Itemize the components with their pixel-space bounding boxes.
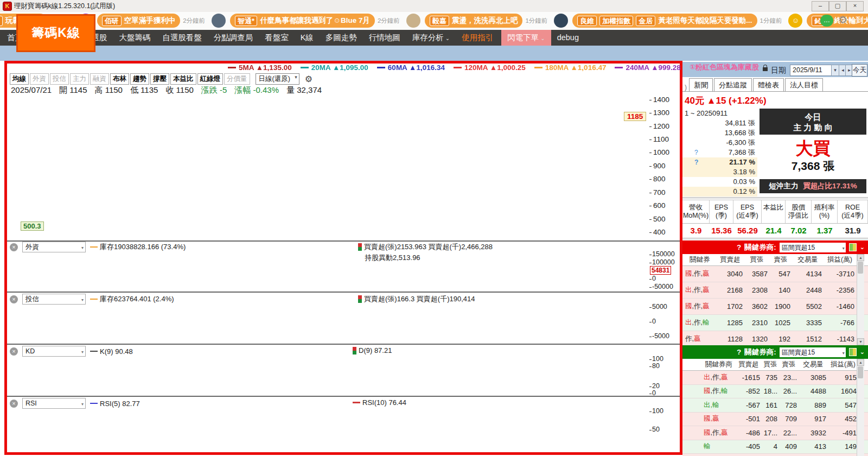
foreign-chart[interactable]: [7, 253, 650, 292]
rsi-chart[interactable]: [7, 409, 650, 451]
menu-item-多圖走勢[interactable]: 多圖走勢: [320, 30, 363, 46]
scroll-down-icon[interactable]: ▼: [857, 338, 864, 345]
chart-tab-撐壓[interactable]: 撐壓: [150, 73, 169, 85]
col-header-買張[interactable]: 買張: [762, 360, 779, 369]
close-panel-icon[interactable]: ×: [10, 243, 18, 251]
table-row[interactable]: 出,作,贏-161573523...3085915: [682, 371, 868, 385]
table-row[interactable]: 出,作,輸1285231010253335-766: [682, 315, 868, 331]
col-header-關鍵券[interactable]: 關鍵券: [684, 255, 716, 264]
col-header-關鍵券商[interactable]: 關鍵券商: [702, 360, 736, 369]
ticker-message[interactable]: 毅嘉震盪，洗洗再北上吧: [425, 14, 523, 28]
col-header-買張[interactable]: 買張: [744, 255, 769, 264]
menu-item-使用指引[interactable]: 使用指引: [456, 30, 499, 46]
sidebar-tab-法人目標[interactable]: 法人目標: [785, 78, 823, 91]
kd-chart[interactable]: [7, 357, 650, 396]
kd-panel-dropdown[interactable]: KD: [22, 346, 86, 357]
panel-divider[interactable]: [7, 344, 680, 345]
close-button[interactable]: ×: [846, 1, 864, 11]
menu-item-行情地圖[interactable]: 行情地圖: [363, 30, 406, 46]
date-dropdown-icon[interactable]: ▾: [831, 65, 839, 76]
menu-item-大盤籌碼[interactable]: 大盤籌碼: [113, 30, 156, 46]
menu-item-K線[interactable]: K線: [295, 30, 320, 46]
help-icon[interactable]: ?: [694, 148, 698, 157]
gear-icon[interactable]: ⚙: [305, 74, 312, 84]
minimize-button[interactable]: –: [812, 1, 829, 11]
col-header-賣張[interactable]: 賣張: [769, 255, 792, 264]
panel-divider[interactable]: [7, 240, 680, 242]
table-row[interactable]: 國,作,贏304035875474134-3710: [682, 266, 868, 282]
panel-divider[interactable]: [7, 396, 680, 397]
chart-tab-趨勢[interactable]: 趨勢: [130, 73, 149, 85]
help-icon[interactable]: ?: [737, 348, 741, 356]
splitter[interactable]: [682, 197, 868, 199]
col-header-交易量[interactable]: 交易量: [792, 255, 824, 264]
table-row[interactable]: 國,作,贏-48617...22...3932-491: [682, 426, 868, 440]
today-button[interactable]: 今天: [852, 64, 867, 77]
chart-tab-均線[interactable]: 均線: [10, 73, 29, 85]
close-panel-icon[interactable]: ×: [10, 295, 18, 303]
menu-item-庫存分析[interactable]: 庫存分析⌄: [406, 30, 456, 46]
scroll-thumb[interactable]: [858, 366, 863, 378]
scrollbar[interactable]: ▲▼: [857, 254, 864, 345]
table-row[interactable]: 國,贏-501208709917452: [682, 413, 868, 427]
annotation-highlight-box[interactable]: 籌碼K線: [16, 14, 95, 52]
close-panel-icon[interactable]: ×: [10, 347, 18, 356]
table-row[interactable]: 出,作,贏216823081402448-2356: [682, 282, 868, 299]
date-input[interactable]: 2025/9/11: [790, 65, 834, 76]
menu-item-看盤室[interactable]: 看盤室: [259, 30, 295, 46]
chart-tab-布林[interactable]: 布林: [110, 73, 129, 85]
scroll-up-icon[interactable]: ▲: [857, 359, 864, 366]
splitter[interactable]: [682, 238, 868, 240]
table-row[interactable]: 國,作,輸-85218...26...44881604: [682, 385, 868, 399]
chart-tab-融資[interactable]: 融資: [90, 73, 109, 85]
col-header-交易量[interactable]: 交易量: [799, 360, 828, 369]
avatar[interactable]: [212, 14, 226, 28]
scroll-thumb[interactable]: [858, 262, 863, 274]
menu-item-自選股看盤[interactable]: 自選股看盤: [156, 30, 208, 46]
scrollbar[interactable]: ▲▼: [857, 359, 864, 456]
restore-button[interactable]: ▢: [829, 1, 846, 11]
menu-item-分點調查局[interactable]: 分點調查局: [208, 30, 259, 46]
grid-icon[interactable]: [849, 243, 857, 251]
collapse-caret-icon[interactable]: ⌄: [860, 349, 865, 356]
close-panel-icon[interactable]: ×: [10, 400, 18, 408]
ticker-settings-gear-icon[interactable]: ⚙: [838, 14, 847, 26]
col-header-買賣超[interactable]: 買賣超: [716, 255, 744, 264]
lock-icon[interactable]: [763, 67, 768, 71]
table-row[interactable]: 國,作,贏1702360219005502-1460: [682, 299, 868, 315]
col-header-賣張[interactable]: 賣張: [779, 360, 799, 369]
collapse-caret-icon[interactable]: ⌄: [860, 244, 865, 251]
ticker-message[interactable]: 佰研空單滿手獲利中: [97, 14, 181, 28]
period-dropdown[interactable]: 日線(還原): [256, 73, 299, 85]
grid-icon[interactable]: [849, 348, 857, 356]
scroll-up-icon[interactable]: ▲: [857, 254, 864, 261]
chart-tab-紅綠燈[interactable]: 紅綠燈: [197, 73, 224, 85]
sidebar-tab-體檢表[interactable]: 體檢表: [753, 78, 784, 91]
avatar[interactable]: [406, 14, 420, 28]
chart-tab-外資[interactable]: 外資: [30, 73, 49, 85]
sidebar-tab-新聞[interactable]: 新聞: [689, 78, 713, 91]
trust-panel-dropdown[interactable]: 投信: [22, 294, 86, 305]
chart-tab-本益比[interactable]: 本益比: [170, 73, 196, 85]
broker-buy-select[interactable]: 區間買超15: [780, 243, 846, 252]
broker-sell-select[interactable]: 區間賣超15: [780, 347, 846, 357]
ticker-message[interactable]: 智通*什麼鳥事都讓我遇到了☺Blue 7月: [230, 14, 375, 28]
avatar[interactable]: [554, 14, 568, 28]
menu-item-debug[interactable]: debug: [551, 30, 585, 46]
chat-bubble-icon[interactable]: …: [820, 15, 833, 27]
help-icon[interactable]: ?: [737, 243, 741, 251]
col-header-損益(萬)[interactable]: 損益(萬): [828, 360, 858, 369]
menu-item-閃電下單[interactable]: 閃電下單⌄: [501, 30, 551, 46]
ticker-message[interactable]: 良維加權指數金居黃老照每天都說隔天要發動...: [572, 14, 757, 28]
table-row[interactable]: 輸-4054409413149: [682, 440, 868, 454]
trust-chart[interactable]: [7, 305, 650, 344]
chart-tab-投信[interactable]: 投信: [50, 73, 69, 85]
rsi-panel-dropdown[interactable]: RSI: [22, 398, 86, 409]
avatar[interactable]: ☺: [788, 14, 802, 28]
table-row[interactable]: 國,贏-3442385828208: [682, 454, 868, 456]
ticker-message[interactable]: 鈊象終於輪到大象了吧: [807, 14, 868, 28]
table-row[interactable]: 出,輸-567161728889547: [682, 398, 868, 413]
sidebar-tab-分點追蹤[interactable]: 分點追蹤: [714, 78, 752, 91]
chart-tab-主力[interactable]: 主力: [70, 73, 89, 85]
help-icon[interactable]: ?: [694, 157, 698, 167]
